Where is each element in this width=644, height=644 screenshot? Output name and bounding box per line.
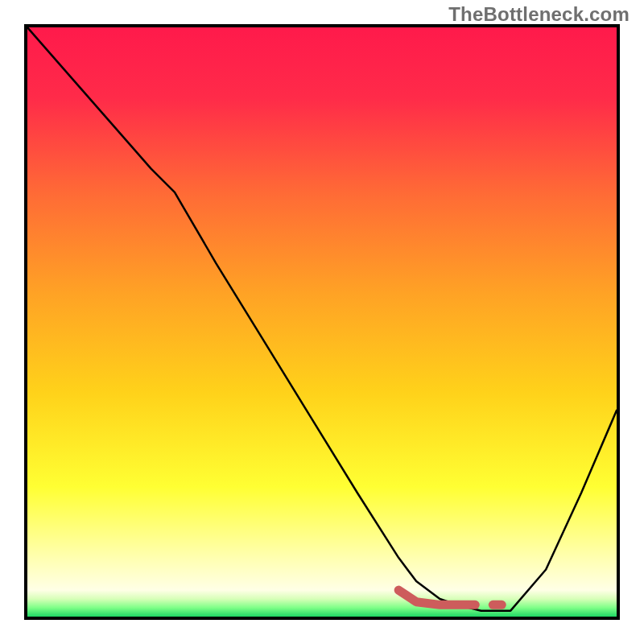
plot-area bbox=[27, 27, 617, 617]
watermark-text: TheBottleneck.com bbox=[448, 3, 630, 26]
series-bottleneck-curve bbox=[27, 27, 617, 611]
plot-frame bbox=[24, 24, 620, 620]
series-layer bbox=[27, 27, 617, 617]
chart-stage: TheBottleneck.com bbox=[0, 0, 644, 644]
